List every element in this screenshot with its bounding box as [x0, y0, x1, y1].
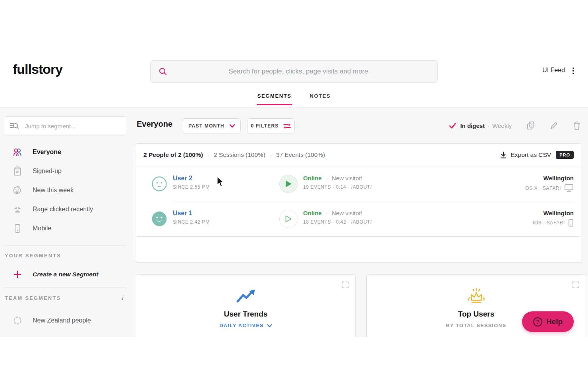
person-row[interactable]: User 2 SINCE 2:55 PM Online · New visito… — [136, 166, 581, 201]
events-stat: 37 Events (100%) — [276, 151, 325, 158]
jump-search-icon — [10, 122, 19, 130]
play-session-button[interactable] — [279, 210, 298, 228]
session-meta: 18 EVENTS · 0:42 · /ABOUT/ — [303, 219, 372, 225]
main-tabs: SEGMENTS NOTES — [0, 93, 588, 105]
sidebar-item-signed-up[interactable]: Signed-up — [0, 162, 131, 181]
duplicate-icon[interactable] — [527, 121, 535, 130]
sidebar-item-label: Mobile — [33, 225, 51, 232]
export-csv-label: Export as CSV — [511, 151, 551, 158]
tab-notes[interactable]: NOTES — [309, 93, 331, 105]
user-name-link[interactable]: User 2 — [173, 175, 210, 182]
card-subtitle: BY TOTAL SESSIONS — [446, 323, 506, 328]
crown-icon — [466, 288, 486, 303]
play-session-button[interactable] — [279, 175, 298, 193]
daily-actives-dropdown[interactable]: DAILY ACTIVES — [219, 323, 272, 328]
user-trends-card[interactable]: User Trends DAILY ACTIVES — [136, 274, 356, 337]
user-device: OS X · SAFARI — [525, 185, 561, 191]
check-icon — [449, 123, 456, 129]
sidebar-item-everyone[interactable]: Everyone — [0, 143, 131, 162]
visitor-note: New visitor! — [332, 210, 363, 216]
sessions-stat: 2 Sessions (100%) — [214, 151, 265, 158]
time-range-dropdown[interactable]: PAST MONTH — [183, 118, 241, 133]
trash-icon[interactable] — [573, 121, 581, 130]
feed-label[interactable]: UI Feed — [542, 67, 565, 74]
clipboard-icon — [13, 166, 22, 176]
sidebar-item-label: New Zealand people — [33, 317, 91, 324]
card-title: User Trends — [224, 310, 268, 319]
sidebar-item-label: Everyone — [33, 149, 61, 156]
export-csv-button[interactable]: Export as CSV PRO — [500, 151, 574, 159]
info-icon[interactable]: i — [121, 294, 123, 301]
sidebar-divider — [4, 245, 126, 246]
expand-icon[interactable] — [342, 281, 349, 288]
create-segment-link[interactable]: Create a new Segment — [0, 265, 131, 284]
filters-label: 0 FILTERS — [251, 123, 279, 129]
user-location: Wellington — [533, 210, 574, 216]
kebab-menu-icon[interactable] — [571, 67, 576, 75]
create-segment-label: Create a new Segment — [33, 271, 98, 278]
sidebar-item-partial[interactable] — [0, 332, 131, 337]
time-range-label: PAST MONTH — [188, 123, 224, 129]
expand-icon[interactable] — [572, 281, 579, 288]
user-name-link[interactable]: User 1 — [173, 210, 210, 217]
trend-arrow-icon — [235, 288, 257, 303]
sidebar-item-label: Signed-up — [33, 168, 62, 175]
session-meta: 19 EVENTS · 0:14 · /ABOUT/ — [303, 184, 372, 190]
online-status: Online — [303, 210, 322, 216]
team-segments-heading: TEAM SEGMENTS — [5, 295, 61, 301]
segment-results-card: 2 People of 2 (100%) · 2 Sessions (100%)… — [136, 143, 581, 263]
digest-label[interactable]: In digest — [460, 122, 485, 129]
chevron-down-icon — [229, 124, 235, 128]
filters-button[interactable]: 0 FILTERS — [247, 118, 295, 133]
filter-sliders-icon — [283, 123, 291, 129]
rage-face-icon — [13, 205, 22, 213]
sidebar-divider — [4, 287, 126, 288]
content-area: Everyone Signed-up New this week Rage cl… — [0, 107, 588, 337]
your-segments-heading: YOUR SEGMENTS — [5, 253, 61, 259]
desktop-icon — [564, 184, 574, 192]
online-status: Online — [303, 175, 322, 182]
sidebar: Everyone Signed-up New this week Rage cl… — [0, 108, 131, 337]
app-logo: fullstory — [13, 62, 62, 77]
tab-segments[interactable]: SEGMENTS — [257, 93, 292, 105]
segment-title: Everyone — [137, 120, 172, 129]
avatar[interactable] — [151, 211, 167, 227]
sidebar-item-label: Rage clicked recently — [33, 206, 93, 213]
sidebar-item-rage-clicked[interactable]: Rage clicked recently — [0, 200, 131, 219]
edit-pencil-icon[interactable] — [550, 122, 558, 129]
search-icon — [159, 67, 167, 76]
mobile-icon — [13, 224, 22, 233]
visitor-note: New visitor! — [332, 175, 363, 182]
user-location: Wellington — [525, 175, 574, 182]
digest-frequency[interactable]: Weekly — [492, 122, 512, 129]
sidebar-item-new-this-week[interactable]: New this week — [0, 181, 131, 200]
digest-separator: · — [487, 122, 489, 129]
user-since: SINCE 2:42 PM — [173, 219, 210, 225]
sidebar-item-new-zealand-people[interactable]: New Zealand people — [0, 311, 131, 330]
sidebar-item-mobile[interactable]: Mobile — [0, 219, 131, 238]
stats-row: 2 People of 2 (100%) · 2 Sessions (100%)… — [136, 144, 581, 166]
mobile-device-icon — [568, 219, 574, 227]
global-search[interactable] — [150, 60, 438, 83]
pro-badge: PRO — [556, 151, 574, 159]
chevron-down-icon — [267, 324, 272, 328]
sidebar-item-label: New this week — [33, 187, 74, 194]
jump-to-segment[interactable] — [4, 116, 126, 135]
people-icon — [13, 148, 22, 156]
plus-icon — [13, 270, 22, 278]
card-title: Top Users — [458, 310, 495, 319]
avatar[interactable] — [151, 176, 167, 192]
jump-input[interactable] — [25, 123, 120, 129]
search-input[interactable] — [167, 68, 429, 75]
user-device: IOS · SAFARI — [533, 220, 565, 226]
user-since: SINCE 2:55 PM — [173, 184, 210, 190]
person-row[interactable]: User 1 SINCE 2:42 PM Online · New visito… — [136, 201, 581, 236]
card-footer — [136, 236, 581, 263]
baby-icon — [13, 185, 22, 195]
download-icon — [500, 151, 507, 159]
question-mark-icon: ? — [533, 317, 542, 326]
spinner-icon — [13, 316, 22, 325]
digest-controls: In digest · Weekly — [449, 121, 581, 130]
help-button[interactable]: ? Help — [522, 311, 574, 332]
people-stat: 2 People of 2 (100%) — [143, 151, 203, 158]
